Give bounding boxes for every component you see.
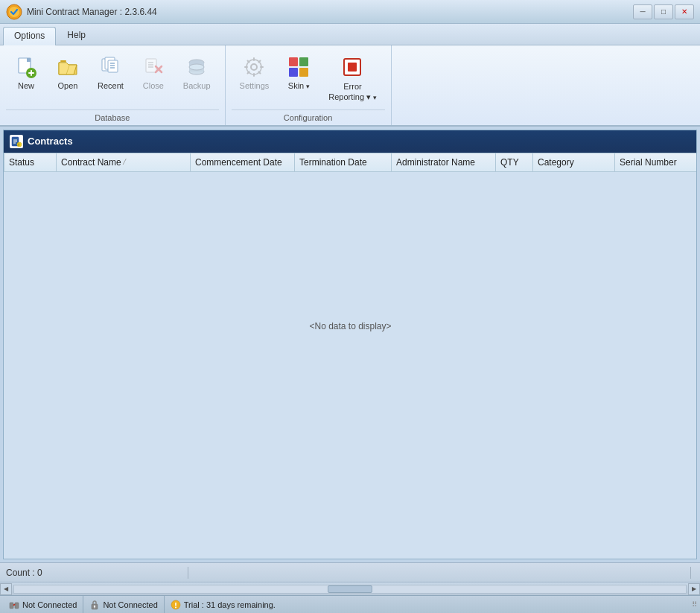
main-content: i Contracts Status Contract Name ⁄ Comme… [0,127,700,595]
connection-status-middle: Not Connected [83,596,164,613]
svg-rect-26 [299,57,308,66]
connection-status-left: Not Connected [3,596,83,613]
col-status[interactable]: Status [4,153,57,171]
title-bar: Mini Contract Manager : 2.3.6.44 ─ □ ✕ [0,0,700,24]
count-status-bar: Count : 0 [0,562,700,582]
scroll-thumb[interactable] [328,585,372,593]
title-bar-left: Mini Contract Manager : 2.3.6.44 [6,4,157,20]
tab-options[interactable]: Options [3,27,56,45]
minimize-button[interactable]: ─ [633,4,652,19]
configuration-section-label: Configuration [232,109,385,125]
svg-point-42 [94,605,95,606]
col-qty[interactable]: QTY [496,153,533,171]
close-icon [141,55,165,79]
open-button[interactable]: Open [48,51,88,94]
bottom-status-bar: Not Connected Not Connected Trial : 31 d… [0,595,700,613]
scroll-left-button[interactable]: ◀ [0,583,12,595]
svg-rect-12 [146,59,156,72]
ribbon-tabs: Options Help [0,24,700,45]
title-controls: ─ □ ✕ [633,4,694,19]
ribbon-section-configuration: Settings Skin [226,45,392,125]
trial-status: Trial : 31 days remaining. [165,596,281,613]
skin-button[interactable]: Skin [279,51,319,94]
close-label: Close [143,81,164,90]
status-divider-2 [690,567,691,579]
maximize-button[interactable]: □ [654,4,673,19]
status-divider-1 [188,567,188,579]
svg-point-22 [189,64,204,70]
new-label: New [18,81,34,90]
new-button[interactable]: New [6,51,46,94]
table-header-row: Status Contract Name ⁄ Commencement Date… [4,153,697,171]
settings-button[interactable]: Settings [232,51,278,94]
settings-label: Settings [240,81,270,90]
error-reporting-label: ErrorReporting ▾ [328,81,376,103]
no-data-message: <No data to display> [4,171,697,480]
svg-point-46 [175,606,176,608]
svg-rect-38 [15,603,19,609]
svg-point-24 [246,60,261,74]
skin-icon [287,55,311,79]
trial-text: Trial : 31 days remaining. [184,600,276,609]
svg-rect-45 [175,603,176,606]
recent-button[interactable]: Recent [89,51,132,94]
open-icon [56,55,80,79]
open-label: Open [58,81,78,90]
contracts-header-icon: i [10,135,23,148]
svg-point-23 [251,64,257,70]
resize-grip[interactable]: ⠿ [692,600,697,609]
contracts-panel: i Contracts Status Contract Name ⁄ Comme… [3,130,697,559]
horizontal-scrollbar[interactable]: ◀ ▶ [0,582,700,595]
svg-rect-37 [10,603,13,609]
contracts-table[interactable]: Status Contract Name ⁄ Commencement Date… [4,153,696,559]
configuration-buttons: Settings Skin [232,48,385,107]
svg-rect-8 [108,60,118,72]
error-reporting-button[interactable]: ErrorReporting ▾ [320,51,384,107]
data-table: Status Contract Name ⁄ Commencement Date… [4,153,696,480]
tab-help[interactable]: Help [56,26,97,45]
new-icon [14,55,38,79]
backup-icon [185,55,209,79]
app-title: Mini Contract Manager : 2.3.6.44 [27,7,157,17]
col-category[interactable]: Category [533,153,615,171]
svg-rect-5 [60,60,66,62]
contracts-header: i Contracts [4,130,696,153]
col-commencement-date[interactable]: Commencement Date [191,153,295,171]
app-icon [6,4,22,20]
col-termination-date[interactable]: Termination Date [295,153,392,171]
svg-rect-28 [299,68,308,77]
database-buttons: New Open [6,48,219,107]
warning-icon [171,600,181,610]
col-serial-number[interactable]: Serial Number [615,153,697,171]
no-data-row: <No data to display> [4,171,697,480]
backup-button[interactable]: Backup [175,51,219,94]
svg-rect-27 [289,68,298,77]
ribbon-bar: New Open [0,45,700,127]
close-button[interactable]: ✕ [675,4,694,19]
ribbon-section-database: New Open [0,45,226,125]
col-contract-name[interactable]: Contract Name ⁄ [57,153,191,171]
scroll-track[interactable] [13,585,687,594]
scroll-right-button[interactable]: ▶ [688,583,700,595]
close-button[interactable]: Close [133,51,174,94]
lock-icon [89,600,100,610]
contracts-title: Contracts [28,136,73,147]
error-reporting-icon [340,55,364,79]
backup-label: Backup [183,81,211,90]
disconnect-icon-left [9,600,19,610]
count-label: Count : 0 [6,568,185,578]
database-section-label: Database [6,109,219,125]
svg-rect-25 [289,57,298,66]
settings-icon [242,55,266,79]
svg-rect-30 [348,63,357,72]
col-administrator-name[interactable]: Administrator Name [392,153,496,171]
recent-label: Recent [98,81,124,90]
connection-text-middle: Not Connected [103,600,157,609]
recent-icon [98,55,122,79]
skin-label: Skin [288,81,310,90]
connection-text-left: Not Connected [22,600,77,609]
